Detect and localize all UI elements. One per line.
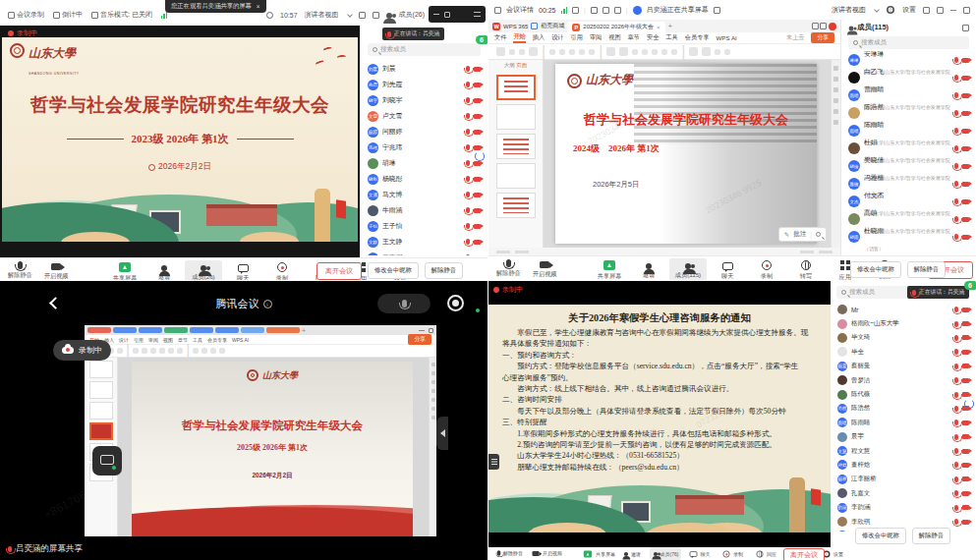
gear-icon[interactable] [887, 6, 894, 14]
camera-off-icon[interactable] [474, 255, 481, 256]
status-item[interactable]: 会议录制 [8, 10, 44, 20]
home-icon[interactable] [494, 7, 501, 14]
camera-off-icon[interactable] [962, 434, 969, 439]
popout-icon[interactable] [572, 7, 579, 14]
member-row[interactable]: 晨宇 [831, 430, 976, 444]
active-document-tab[interactable] [266, 327, 300, 333]
sidebar-footer-button[interactable]: 解除静音 [907, 261, 946, 278]
camera-off-icon[interactable] [474, 240, 481, 245]
info-icon[interactable]: i [263, 300, 272, 308]
document-tab[interactable] [241, 327, 264, 333]
ribbon-tab[interactable]: 插入 [533, 33, 545, 42]
sidebar-footer-button[interactable]: 解除静音 [425, 262, 463, 279]
page-thumbnail[interactable] [89, 361, 113, 378]
member-row[interactable]: 文静 王文静 [361, 234, 488, 250]
sidebar-footer-button[interactable]: 修改会中昵称 [855, 528, 906, 544]
screen-share-button[interactable] [92, 446, 122, 476]
status-item[interactable]: 倒计中 [53, 10, 83, 20]
share-button[interactable]: 分享 [811, 32, 834, 43]
document-tab[interactable] [139, 327, 162, 333]
mic-muted-icon[interactable] [954, 364, 958, 369]
minimize-icon[interactable] [950, 10, 956, 11]
member-row[interactable]: 先霞 刘先霞 [361, 77, 488, 92]
start-video-button[interactable]: 开启视频 [531, 548, 562, 557]
pages-tab[interactable]: 页面 [516, 62, 527, 68]
camera-off-icon[interactable] [962, 217, 969, 222]
member-row[interactable]: 子怡 王子怡 [361, 218, 488, 234]
toolbar-button[interactable]: 共享屏幕 [583, 547, 614, 560]
ribbon-tab[interactable]: 会员专享 [685, 33, 710, 42]
new-tab-icon[interactable]: + [302, 327, 306, 334]
camera-off-icon[interactable] [962, 364, 969, 368]
menu-icon[interactable] [474, 12, 481, 17]
camera-off-icon[interactable] [962, 164, 969, 169]
sidebar-footer-button[interactable]: 修改会中昵称 [368, 262, 419, 279]
camera-off-icon[interactable] [962, 520, 969, 525]
wps-right-tool-strip[interactable] [831, 60, 840, 248]
camera-off-icon[interactable] [962, 76, 969, 81]
camera-off-icon[interactable] [474, 114, 481, 119]
toolbar-button[interactable]: 成员(115) [669, 258, 707, 280]
camera-off-icon[interactable] [962, 505, 969, 510]
page-thumbnail[interactable] [89, 381, 113, 399]
page-thumbnail[interactable] [496, 163, 536, 189]
ribbon-tab[interactable]: 审阅 [590, 33, 602, 42]
member-row[interactable]: 毕全 [831, 345, 976, 359]
meeting-info-button[interactable]: 会议详情 [506, 5, 534, 15]
mic-muted-icon[interactable] [954, 476, 958, 482]
toolbar-button[interactable]: 成员(26) [185, 260, 222, 280]
mic-muted-icon[interactable] [954, 420, 958, 425]
mic-control-pill[interactable] [377, 294, 431, 313]
share-button[interactable]: 分享 [408, 334, 431, 345]
ribbon-tab[interactable]: 工具 [193, 337, 202, 343]
ribbon-tab[interactable]: 引用 [571, 33, 583, 42]
document-tab[interactable]: P 20250202 2026年年级大会 × [567, 22, 664, 32]
wps-right-tool-strip[interactable] [429, 358, 436, 536]
members-count-button[interactable]: 成员(26) [399, 10, 425, 20]
settings-button[interactable]: 设置 [902, 5, 916, 15]
camera-off-icon[interactable] [962, 420, 969, 425]
leave-meeting-button[interactable]: 离开会议 [783, 548, 825, 560]
member-search-input[interactable]: 搜索成员 [368, 43, 481, 56]
mic-muted-icon[interactable] [954, 181, 958, 187]
mic-muted-icon[interactable] [466, 176, 470, 182]
ribbon-tab[interactable]: 工具 [665, 33, 677, 42]
member-row[interactable]: 胡琳 [361, 155, 488, 171]
member-row[interactable]: 韵涵 李韵涵 [831, 500, 976, 514]
member-row[interactable]: 浩然 陈浩然 [831, 402, 976, 416]
ribbon-tab[interactable]: 引用 [134, 337, 144, 343]
camera-off-icon[interactable] [962, 111, 969, 116]
wps-format-toolbar[interactable]: | | | [488, 44, 840, 60]
start-video-button[interactable]: 开启视频 [44, 261, 69, 280]
toolbar-button[interactable]: 转写 [787, 258, 825, 280]
member-row[interactable]: 曾梦洁 [831, 373, 976, 387]
toolbar-button[interactable]: 邀请 [616, 547, 648, 560]
ribbon-tab[interactable]: WPS AI [717, 34, 737, 41]
mic-muted-icon[interactable] [954, 406, 958, 412]
mic-muted-icon[interactable] [466, 192, 470, 197]
toolbar-button[interactable]: 录制 [717, 547, 748, 560]
camera-off-icon[interactable] [962, 308, 969, 312]
member-row[interactable]: 梓焓 董梓焓 [831, 458, 976, 472]
mic-muted-icon[interactable] [954, 216, 958, 222]
mic-muted-icon[interactable] [954, 110, 958, 116]
member-row[interactable]: 雨桐 吴雨桐 [361, 250, 488, 255]
zoom-icon[interactable] [816, 232, 821, 237]
member-row[interactable]: 格雨欣~山东大学 [831, 316, 976, 330]
page-thumbnail[interactable] [496, 193, 536, 218]
ribbon-tab[interactable]: 视图 [163, 337, 173, 343]
page-thumbnail[interactable] [496, 104, 536, 130]
toolbar-button[interactable]: 聊天 [224, 260, 261, 280]
document-tab[interactable] [190, 327, 213, 333]
mic-muted-icon[interactable] [954, 490, 958, 496]
member-row[interactable]: 雨晴 陈雨晴 [831, 416, 976, 429]
camera-off-icon[interactable] [962, 392, 969, 397]
camera-off-icon[interactable] [962, 321, 969, 326]
member-row[interactable]: 丽曼 蔡丽曼 [831, 360, 976, 373]
mic-muted-icon[interactable] [954, 519, 958, 525]
mic-muted-icon[interactable] [466, 254, 470, 255]
member-row[interactable]: 文慧 程文慧 [831, 444, 976, 458]
camera-off-icon[interactable] [962, 182, 969, 187]
mic-muted-icon[interactable] [954, 234, 958, 240]
page-thumbnail[interactable] [89, 422, 113, 440]
